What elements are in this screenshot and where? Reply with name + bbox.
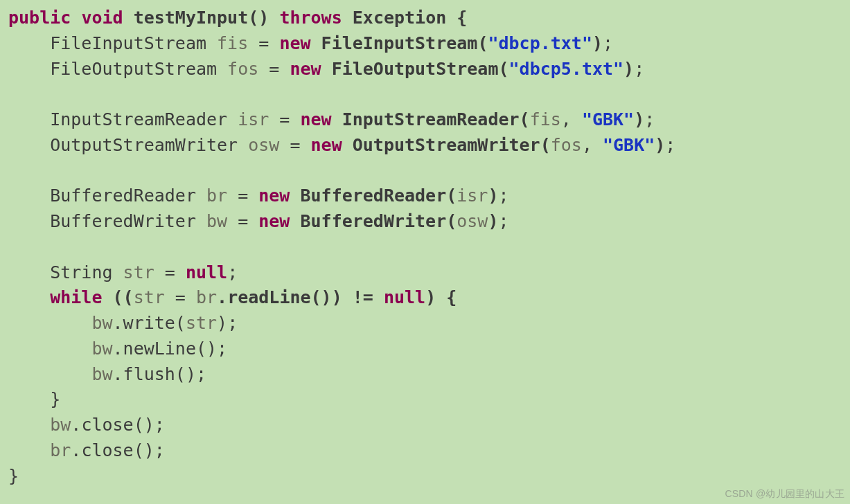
keyword-new: new bbox=[290, 59, 321, 79]
call: write bbox=[123, 313, 175, 333]
ctor: OutputStreamWriter bbox=[353, 135, 540, 155]
semicolon: ; bbox=[603, 33, 613, 53]
semicolon: ; bbox=[227, 262, 238, 282]
equals: = bbox=[269, 109, 300, 129]
string-literal: "GBK" bbox=[603, 135, 655, 155]
type: BufferedWriter bbox=[50, 211, 196, 231]
arg: isr bbox=[457, 186, 488, 206]
dot: . bbox=[113, 313, 123, 333]
parens: () bbox=[134, 440, 154, 460]
dot: . bbox=[217, 287, 227, 307]
semicolon: ; bbox=[644, 109, 655, 129]
type: FileInputStream bbox=[50, 33, 206, 53]
call: close bbox=[81, 440, 133, 460]
call: close bbox=[81, 415, 133, 435]
rp: ) bbox=[488, 211, 498, 231]
var-bw: bw bbox=[206, 211, 227, 231]
exception-type: Exception bbox=[353, 8, 446, 28]
call: newLine bbox=[123, 339, 196, 359]
arg: fos bbox=[551, 135, 582, 155]
arg: fis bbox=[530, 109, 561, 129]
equals: = bbox=[165, 287, 196, 307]
code-block: public void testMyInput() throws Excepti… bbox=[0, 0, 850, 489]
semicolon: ; bbox=[154, 415, 165, 435]
lp: ( bbox=[175, 313, 186, 333]
keyword-new: new bbox=[279, 33, 310, 53]
keyword-while: while bbox=[50, 287, 102, 307]
comma: , bbox=[561, 109, 582, 129]
ctor: InputStreamReader bbox=[342, 109, 520, 129]
dot: . bbox=[71, 440, 81, 460]
rp: ) bbox=[488, 186, 498, 206]
arg: str bbox=[186, 313, 217, 333]
brace-open: { bbox=[457, 8, 467, 28]
type: FileOutputStream bbox=[50, 59, 217, 79]
var-str: str bbox=[134, 287, 165, 307]
equals: = bbox=[227, 211, 258, 231]
dot: . bbox=[71, 415, 81, 435]
equals: = bbox=[248, 33, 279, 53]
call: readLine bbox=[227, 287, 310, 307]
string-literal: "dbcp5.txt" bbox=[509, 59, 624, 79]
var-str: str bbox=[123, 262, 154, 282]
brace-close: } bbox=[8, 466, 19, 486]
rp: ) bbox=[655, 135, 665, 155]
keyword-void: void bbox=[81, 8, 123, 28]
semicolon: ; bbox=[498, 186, 508, 206]
watermark-text: CSDN @幼儿园里的山大王 bbox=[725, 487, 844, 501]
keyword-new: new bbox=[300, 109, 331, 129]
semicolon: ; bbox=[154, 440, 165, 460]
var-br: br bbox=[196, 287, 217, 307]
rp: ) bbox=[634, 109, 644, 129]
equals: = bbox=[154, 262, 186, 282]
var-isr: isr bbox=[238, 109, 269, 129]
parens: () bbox=[175, 364, 196, 384]
lp: ( bbox=[540, 135, 551, 155]
equals: = bbox=[279, 135, 310, 155]
semicolon: ; bbox=[196, 364, 206, 384]
var-br: br bbox=[50, 440, 71, 460]
neq: != bbox=[342, 287, 384, 307]
dot: . bbox=[113, 364, 123, 384]
parens: () bbox=[134, 415, 154, 435]
semicolon: ; bbox=[634, 59, 644, 79]
ctor: FileInputStream bbox=[321, 33, 478, 53]
var-bw: bw bbox=[91, 339, 112, 359]
semicolon: ; bbox=[227, 313, 238, 333]
keyword-public: public bbox=[8, 8, 71, 28]
var-bw: bw bbox=[50, 415, 71, 435]
semicolon: ; bbox=[665, 135, 675, 155]
brace-close: } bbox=[50, 389, 60, 409]
type: InputStreamReader bbox=[50, 109, 227, 129]
semicolon: ; bbox=[217, 339, 227, 359]
lp: ( bbox=[520, 109, 530, 129]
lp: ( bbox=[498, 59, 508, 79]
comma: , bbox=[582, 135, 603, 155]
keyword-new: new bbox=[258, 211, 290, 231]
ctor: BufferedReader bbox=[300, 186, 446, 206]
parens: () bbox=[248, 8, 269, 28]
rp: ) bbox=[425, 287, 436, 307]
keyword-new: new bbox=[311, 135, 342, 155]
call: flush bbox=[123, 364, 175, 384]
lp: ( bbox=[446, 186, 457, 206]
rp: ) bbox=[623, 59, 634, 79]
lp: ( bbox=[446, 211, 457, 231]
var-osw: osw bbox=[248, 135, 279, 155]
ctor: FileOutputStream bbox=[332, 59, 499, 79]
type: OutputStreamWriter bbox=[50, 135, 238, 155]
cond-open: (( bbox=[113, 287, 134, 307]
var-bw: bw bbox=[91, 313, 112, 333]
type: String bbox=[50, 262, 112, 282]
semicolon: ; bbox=[498, 211, 508, 231]
equals: = bbox=[258, 59, 290, 79]
keyword-new: new bbox=[258, 186, 290, 206]
method-name: testMyInput bbox=[134, 8, 249, 28]
rp: ) bbox=[592, 33, 603, 53]
var-fis: fis bbox=[217, 33, 248, 53]
arg: osw bbox=[457, 211, 488, 231]
var-br: br bbox=[206, 186, 227, 206]
var-fos: fos bbox=[227, 59, 258, 79]
rp: ) bbox=[217, 313, 227, 333]
string-literal: "dbcp.txt" bbox=[488, 33, 592, 53]
